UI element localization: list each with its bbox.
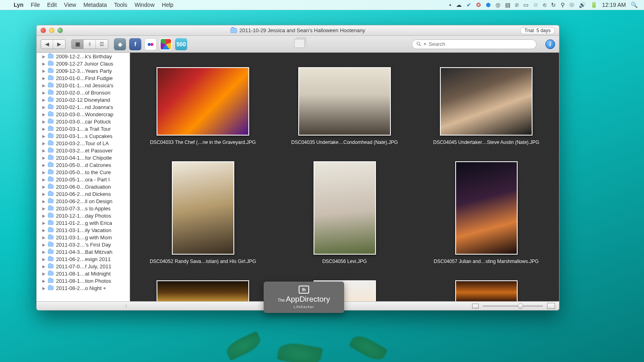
disclosure-triangle[interactable]: ▶ [42,76,45,80]
sidebar-folder[interactable]: ▶2010-06-2…nd Dickens [37,190,130,197]
sidebar-folder[interactable]: ▶2011-06-2…esign 2011 [37,255,130,263]
sidebar-folder[interactable]: ▶2010-03-0…car Potluck [37,118,130,125]
thumbnail-cell[interactable]: DSC04056 Levi.JPG [284,161,405,264]
thumbnail-image[interactable] [157,280,249,301]
sidebar-folder[interactable]: ▶2011-03-2…'s First Day [37,241,130,248]
disclosure-triangle[interactable]: ▶ [42,199,45,204]
sidebar-folder[interactable]: ▶2010-03-0…Wondercrap [37,111,130,118]
thumbnail-grid[interactable]: DSC04033 The Chef (…ne in the Graveyard.… [130,53,559,301]
disclosure-triangle[interactable]: ▶ [42,192,45,196]
500px-share-button[interactable]: 500 [175,38,187,50]
sidebar-folder[interactable]: ▶2011-01-2…g with Erica [37,219,130,226]
flickr-share-button[interactable] [144,38,157,50]
disclosure-triangle[interactable]: ▶ [42,243,45,247]
sidebar-folder[interactable]: ▶2011-07-0…f July, 2011 [37,263,130,270]
sidebar-folder[interactable]: ▶2010-04-1…for Chipotle [37,154,130,161]
status-icon[interactable]: ❂ [476,2,481,8]
disclosure-triangle[interactable]: ▶ [42,148,45,153]
disclosure-triangle[interactable]: ▶ [42,83,45,88]
thumbnail-cell[interactable]: DSC04057 Julian and…sting Marshmallows.J… [426,161,547,264]
clock[interactable]: 12:19 AM [602,2,626,8]
wifi-icon[interactable]: ⦾ [570,2,574,8]
sidebar-folder[interactable]: ▶2011-04-3…Bat Mitzvah [37,248,130,255]
disclosure-triangle[interactable]: ▶ [42,134,45,138]
disclosure-triangle[interactable]: ▶ [42,170,45,175]
picasa-share-button[interactable] [160,38,172,50]
thumbnail-cell[interactable]: DSC04052 Randy Sava…istian) and His Girl… [142,161,263,264]
sidebar[interactable]: ▶2009-12-2…k's Birthday▶2009-12-27 Junio… [37,53,130,301]
back-button[interactable]: ◀ [41,40,53,49]
disclosure-triangle[interactable]: ▶ [42,105,45,109]
menu-edit[interactable]: Edit [47,2,57,8]
disclosure-triangle[interactable]: ▶ [42,272,45,276]
menu-metadata[interactable]: Metadata [83,2,107,8]
disclosure-triangle[interactable]: ▶ [42,54,45,59]
thumbnail-image[interactable] [157,67,249,136]
dropbox-icon[interactable]: ⬢ [486,2,491,8]
menu-window[interactable]: Window [134,2,155,8]
disclosure-triangle[interactable]: ▶ [42,250,45,254]
spotlight-icon[interactable]: 🔍 [631,2,638,8]
status-icon[interactable]: ◎ [495,2,500,8]
status-icon[interactable]: ⊘ [533,2,538,8]
disclosure-triangle[interactable]: ▶ [42,286,45,290]
forward-button[interactable]: ▶ [53,40,65,49]
thumbnail-cell[interactable] [142,280,263,301]
bluetooth-icon[interactable]: ⚲ [561,2,565,8]
search-field[interactable]: ▾ [412,39,537,49]
cloud-icon[interactable]: ☁ [456,2,462,8]
thumbnail-cell[interactable]: DSC04033 The Chef (…ne in the Graveyard.… [142,67,263,145]
thumbnail-image[interactable] [455,280,518,301]
disclosure-triangle[interactable]: ▶ [42,69,45,73]
thumbnail-image[interactable] [440,67,533,136]
menu-view[interactable]: View [64,2,76,8]
sync-icon[interactable]: ↻ [551,2,556,8]
disclosure-triangle[interactable]: ▶ [42,127,45,131]
sidebar-folder[interactable]: ▶2009-12-2…k's Birthday [37,53,130,60]
status-icon[interactable]: ⎋ [543,2,546,8]
disclosure-triangle[interactable]: ▶ [42,279,45,283]
sidebar-folder[interactable]: ▶2010-01-1…nd Jessica's [37,82,130,89]
disclosure-triangle[interactable]: ▶ [42,257,45,261]
list-view-button[interactable]: ☰ [96,40,108,49]
sidebar-folder[interactable]: ▶2010-05-0…d Calzones [37,161,130,169]
resize-grip[interactable]: ⦀ [125,303,127,309]
sidebar-folder[interactable]: ▶2010-01-0…First Fudgie [37,74,130,82]
minimize-button[interactable] [49,28,54,33]
sidebar-folder[interactable]: ▶2010-03-1…a Trail Tour [37,125,130,132]
volume-icon[interactable]: 🔊 [579,2,586,8]
disclosure-triangle[interactable]: ▶ [42,119,45,124]
zoom-slider[interactable] [483,305,543,307]
zoom-knob[interactable] [518,303,523,309]
sidebar-folder[interactable]: ▶2009-12-3…Years Party [37,67,130,74]
sidebar-folder[interactable]: ▶2010-05-1…ora - Part I [37,176,130,183]
search-input[interactable] [429,41,532,47]
close-button[interactable] [41,28,46,33]
facebook-share-button[interactable]: f [129,38,141,50]
status-icon[interactable]: ✔ [466,2,471,8]
thumbnail-image[interactable] [314,161,376,255]
sidebar-folder[interactable]: ▶2010-02-12 Disneyland [37,96,130,103]
sidebar-folder[interactable]: ▶2010-06-0…Graduation [37,183,130,190]
battery-icon[interactable]: 🔋 [590,2,597,8]
status-icon[interactable]: ▭ [523,2,528,8]
disclosure-triangle[interactable]: ▶ [42,98,45,102]
status-icon[interactable]: ▤ [505,2,510,8]
sidebar-folder[interactable]: ▶2010-03-2…Tour of LA [37,140,130,147]
disclosure-triangle[interactable]: ▶ [42,206,45,211]
menu-file[interactable]: File [31,2,40,8]
thumbnail-cell[interactable]: DSC04045 Undertaker…Steve Austin (Nate).… [426,67,547,145]
disclosure-triangle[interactable]: ▶ [42,264,45,269]
aperture-share-button[interactable]: ◈ [114,38,126,50]
sidebar-folder[interactable]: ▶2011-03-1…g with Mom [37,234,130,241]
thumbnail-image[interactable] [172,161,234,255]
sidebar-folder[interactable]: ▶2010-05-0…to the Cure [37,169,130,176]
sidebar-folder[interactable]: ▶2010-02-0…of Bronson [37,89,130,96]
thumbnail-cell[interactable] [426,280,547,301]
small-thumb-icon[interactable] [472,304,479,309]
menu-tools[interactable]: Tools [114,2,128,8]
disclosure-triangle[interactable]: ▶ [42,62,45,66]
disclosure-triangle[interactable]: ▶ [42,185,45,189]
disclosure-triangle[interactable]: ▶ [42,228,45,232]
disclosure-triangle[interactable]: ▶ [42,156,45,160]
